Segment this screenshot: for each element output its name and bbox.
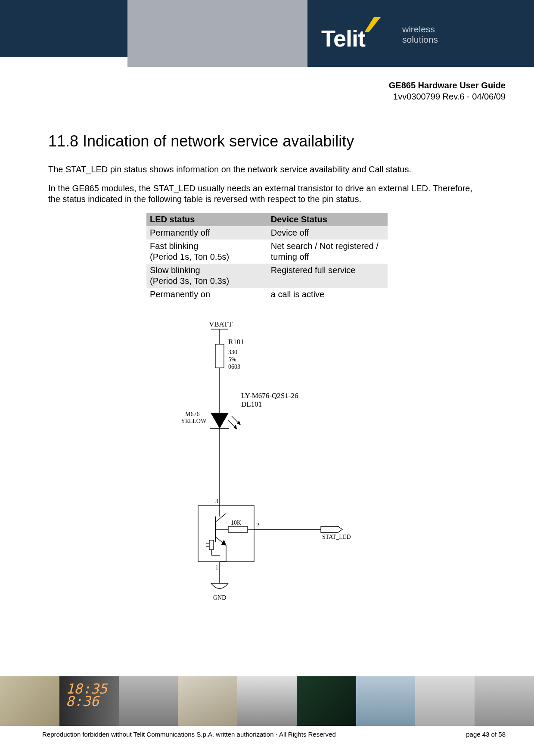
cell-text: Fast blinking xyxy=(150,241,198,251)
label-r2: 10K xyxy=(231,520,241,526)
svg-marker-0 xyxy=(364,17,381,32)
svg-rect-22 xyxy=(209,540,214,550)
footer-text: Reproduction forbidden without Telit Com… xyxy=(42,731,506,738)
table-row: Permanently off Device off xyxy=(146,226,388,240)
cell-text: Permanently on xyxy=(150,289,210,299)
table-row: Slow blinking (Period 3s, Ton 0,3s) Regi… xyxy=(146,264,388,288)
label-pin3: 3 xyxy=(215,498,218,504)
svg-marker-19 xyxy=(221,540,226,545)
footer-thumb xyxy=(178,676,237,726)
svg-rect-28 xyxy=(228,526,248,532)
label-stat-led: STAT_LED xyxy=(322,534,351,540)
paragraph-1: The STAT_LED pin status shows informatio… xyxy=(48,164,486,175)
label-led-color-b: YELLOW xyxy=(181,418,207,424)
label-gnd: GND xyxy=(213,594,226,601)
label-r-val: 330 xyxy=(228,349,237,355)
footer-thumb xyxy=(356,676,416,726)
svg-line-17 xyxy=(215,513,226,522)
cell-text: a call is active xyxy=(271,289,325,299)
section-heading: 11.8 Indication of network service avail… xyxy=(48,132,486,150)
page: Telit wireless solutions GE865 Hardware … xyxy=(0,0,534,756)
cell-text: Permanently off xyxy=(150,228,210,237)
svg-marker-12 xyxy=(237,421,240,425)
table-row: Fast blinking (Period 1s, Ton 0,5s) Net … xyxy=(146,240,388,264)
header-block-dark-left xyxy=(0,0,127,57)
svg-rect-5 xyxy=(215,344,224,368)
footer-thumb xyxy=(0,676,59,726)
page-header: Telit wireless solutions xyxy=(0,0,534,67)
label-r-ref: R101 xyxy=(228,338,244,346)
table-header-row: LED status Device Status xyxy=(146,213,388,226)
telit-logo-svg: Telit xyxy=(321,17,394,52)
footer-thumb: 18:35 8:36 xyxy=(59,676,119,726)
document-revision: 1vv0300799 Rev.6 - 04/06/09 xyxy=(0,91,506,102)
footer-image-strip: 18:35 8:36 xyxy=(0,676,534,726)
footer-thumb xyxy=(237,676,297,726)
cell-text: Slow blinking xyxy=(150,265,200,275)
status-table: LED status Device Status Permanently off… xyxy=(146,213,388,301)
footer-thumb xyxy=(119,676,178,726)
document-title: GE865 Hardware User Guide xyxy=(0,80,506,91)
tagline-line2: solutions xyxy=(402,34,438,45)
label-r-tol: 5% xyxy=(228,356,236,363)
footer-copyright: Reproduction forbidden without Telit Com… xyxy=(42,731,336,738)
clock-digits: 18:35 8:36 xyxy=(66,683,107,708)
th-led-status: LED status xyxy=(146,213,267,226)
footer-thumb xyxy=(297,676,356,726)
cell-text: turning off xyxy=(271,252,309,261)
paragraph-2: In the GE865 modules, the STAT_LED usual… xyxy=(48,183,486,205)
label-r-pkg: 0603 xyxy=(228,364,240,370)
cell-text: Registered full service xyxy=(271,265,356,275)
tagline-line1: wireless xyxy=(402,24,438,34)
document-meta: GE865 Hardware User Guide 1vv0300799 Rev… xyxy=(0,67,534,102)
cell-text: (Period 1s, Ton 0,5s) xyxy=(150,252,229,261)
svg-marker-7 xyxy=(211,413,228,428)
label-pin2: 2 xyxy=(256,522,259,529)
label-led-part: LY-M676-Q2S1-26 xyxy=(241,392,298,400)
footer-thumb xyxy=(415,676,475,726)
label-vbatt: VBATT xyxy=(209,320,233,328)
telit-logo: Telit xyxy=(321,17,394,52)
schematic-svg: VBATT R101 330 5% 0603 LY-M676-Q2S1-26 D… xyxy=(168,320,366,603)
table-row: Permanently on a call is active xyxy=(146,288,388,301)
header-block-grey xyxy=(127,0,307,67)
schematic-diagram: VBATT R101 330 5% 0603 LY-M676-Q2S1-26 D… xyxy=(168,320,366,603)
svg-marker-31 xyxy=(321,526,342,532)
label-led-color-a: M676 xyxy=(185,411,199,417)
cell-text: (Period 3s, Ton 0,3s) xyxy=(150,276,229,286)
label-pin1: 1 xyxy=(215,564,218,571)
footer-thumb xyxy=(475,676,534,726)
cell-text: Net search / Not registered / xyxy=(271,241,379,251)
label-led-ref: DL101 xyxy=(241,400,262,408)
footer-page: page 43 of 58 xyxy=(466,731,506,738)
cell-text: Device off xyxy=(271,228,309,237)
document-body: 11.8 Indication of network service avail… xyxy=(0,102,534,603)
th-device-status: Device Status xyxy=(267,213,388,226)
brand-logo-area: Telit wireless solutions xyxy=(321,17,438,52)
svg-text:Telit: Telit xyxy=(321,25,366,51)
brand-tagline: wireless solutions xyxy=(402,24,438,45)
svg-marker-10 xyxy=(234,425,237,429)
